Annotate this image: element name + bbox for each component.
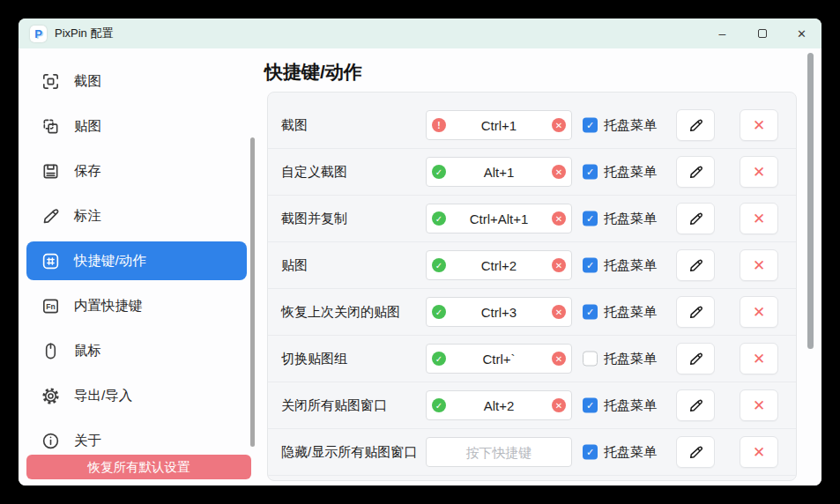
- delete-hotkey-button[interactable]: ✕: [740, 389, 778, 421]
- tray-menu-label[interactable]: 托盘菜单: [604, 164, 657, 181]
- clear-hotkey-icon[interactable]: ✕: [552, 165, 566, 179]
- status-ok-icon: ✓: [432, 211, 446, 226]
- pin-icon: [41, 116, 61, 137]
- maximize-button[interactable]: [742, 19, 782, 48]
- sidebar-item-save[interactable]: 保存: [26, 152, 247, 190]
- hotkey-input[interactable]: [426, 157, 572, 187]
- action-label: 自定义截图: [281, 164, 347, 181]
- tray-menu-checkbox[interactable]: ✓: [583, 211, 598, 226]
- delete-hotkey-button[interactable]: ✕: [740, 203, 778, 234]
- sidebar-scrollbar[interactable]: [250, 137, 255, 447]
- tray-menu-checkbox[interactable]: [583, 352, 598, 367]
- status-ok-icon: ✓: [432, 165, 446, 179]
- hotkey-field: [426, 437, 572, 467]
- action-label: 截图并复制: [281, 211, 347, 227]
- close-button[interactable]: ✕: [782, 19, 821, 48]
- action-label: 切换贴图组: [281, 351, 347, 367]
- edit-hotkey-button[interactable]: [676, 436, 715, 468]
- sidebar-item-pin[interactable]: 贴图: [26, 107, 247, 145]
- tray-menu-label[interactable]: 托盘菜单: [604, 397, 657, 414]
- tray-menu-label[interactable]: 托盘菜单: [604, 351, 657, 367]
- mouse-icon: [41, 341, 61, 361]
- hotkey-input[interactable]: [426, 250, 572, 280]
- pencil-icon: [688, 304, 704, 321]
- pencil-icon: [41, 206, 61, 226]
- hash-icon: [41, 251, 61, 271]
- titlebar: P PixPin 配置 – ✕: [19, 19, 821, 48]
- hotkey-input[interactable]: [426, 297, 572, 327]
- save-icon: [41, 161, 61, 182]
- pencil-icon: [688, 164, 704, 181]
- hotkey-row: 切换贴图组 ✓ ✕ 托盘菜单 ✕: [268, 336, 796, 382]
- hotkey-input[interactable]: [426, 204, 572, 233]
- sidebar-item-screenshot[interactable]: 截图: [26, 62, 247, 100]
- delete-hotkey-button[interactable]: ✕: [740, 249, 778, 281]
- edit-hotkey-button[interactable]: [676, 156, 715, 188]
- status-ok-icon: ✓: [432, 258, 446, 272]
- hotkey-row: 隐藏/显示所有贴图窗口 ✓ 托盘菜单 ✕: [268, 429, 796, 476]
- edit-hotkey-button[interactable]: [676, 296, 715, 328]
- delete-hotkey-button[interactable]: ✕: [740, 343, 778, 374]
- delete-hotkey-button[interactable]: ✕: [740, 109, 778, 141]
- tray-menu-checkbox[interactable]: ✓: [583, 305, 598, 320]
- edit-hotkey-button[interactable]: [676, 203, 715, 234]
- clear-hotkey-icon[interactable]: ✕: [552, 352, 566, 366]
- hotkey-input[interactable]: [426, 390, 572, 420]
- tray-menu-checkbox[interactable]: ✓: [583, 398, 598, 413]
- tray-menu-label[interactable]: 托盘菜单: [604, 211, 657, 227]
- tray-menu-checkbox[interactable]: ✓: [583, 165, 598, 180]
- pixpin-config-window: P PixPin 配置 – ✕ 截图 贴图 保存 标注: [19, 19, 821, 485]
- clear-hotkey-icon[interactable]: ✕: [552, 118, 566, 132]
- pencil-icon: [688, 257, 704, 274]
- delete-x-icon: ✕: [753, 258, 765, 273]
- hotkey-field: ✓ ✕: [426, 344, 572, 374]
- hotkey-row: 自定义截图 ✓ ✕ ✓ 托盘菜单 ✕: [268, 149, 796, 196]
- sidebar: 截图 贴图 保存 标注 快捷键/动作 Fn 内置快捷键 鼠标: [19, 48, 255, 485]
- clear-hotkey-icon[interactable]: ✕: [552, 258, 566, 272]
- tray-menu-label[interactable]: 托盘菜单: [604, 117, 657, 134]
- edit-hotkey-button[interactable]: [676, 109, 715, 141]
- reset-defaults-button[interactable]: 恢复所有默认设置: [26, 455, 251, 479]
- edit-hotkey-button[interactable]: [676, 389, 715, 421]
- main-scrollbar[interactable]: [807, 53, 814, 349]
- clear-hotkey-icon[interactable]: ✕: [552, 398, 566, 412]
- tray-menu-checkbox[interactable]: ✓: [583, 445, 598, 460]
- sidebar-item-annotate[interactable]: 标注: [26, 196, 247, 235]
- minimize-icon: –: [719, 27, 726, 40]
- sidebar-item-hotkeys[interactable]: 快捷键/动作: [26, 241, 247, 280]
- delete-x-icon: ✕: [753, 398, 765, 413]
- sidebar-item-export-import[interactable]: 导出/导入: [26, 376, 247, 415]
- delete-hotkey-button[interactable]: ✕: [740, 296, 778, 328]
- delete-x-icon: ✕: [753, 211, 765, 226]
- tray-menu-checkbox[interactable]: ✓: [583, 118, 598, 133]
- hotkey-field: ✓ ✕: [426, 157, 572, 187]
- hotkey-field: ✓ ✕: [426, 297, 572, 327]
- pencil-icon: [688, 211, 704, 227]
- tray-menu-label[interactable]: 托盘菜单: [604, 257, 657, 274]
- clear-hotkey-icon[interactable]: ✕: [552, 305, 566, 319]
- delete-x-icon: ✕: [753, 352, 765, 367]
- maximize-icon: [758, 29, 767, 38]
- tray-menu-label[interactable]: 托盘菜单: [604, 444, 657, 461]
- action-label: 截图: [281, 117, 308, 134]
- sidebar-item-builtin-hotkeys[interactable]: Fn 内置快捷键: [26, 286, 247, 325]
- tray-menu-label[interactable]: 托盘菜单: [604, 304, 657, 321]
- hotkey-input[interactable]: [426, 110, 572, 140]
- sidebar-item-mouse[interactable]: 鼠标: [26, 331, 247, 370]
- edit-hotkey-button[interactable]: [676, 343, 715, 374]
- status-ok-icon: ✓: [432, 352, 446, 366]
- tray-menu-checkbox[interactable]: ✓: [583, 258, 598, 273]
- pixpin-logo-icon: P: [30, 26, 47, 42]
- status-error-icon: !: [432, 118, 446, 132]
- delete-hotkey-button[interactable]: ✕: [740, 436, 778, 468]
- delete-hotkey-button[interactable]: ✕: [740, 156, 778, 188]
- pencil-icon: [688, 444, 704, 461]
- svg-text:Fn: Fn: [46, 301, 56, 310]
- clear-hotkey-icon[interactable]: ✕: [552, 211, 566, 226]
- hotkey-row: 贴图 ✓ ✕ ✓ 托盘菜单 ✕: [268, 242, 796, 289]
- minimize-button[interactable]: –: [702, 19, 742, 48]
- window-title: PixPin 配置: [55, 26, 113, 41]
- hotkey-input[interactable]: [426, 344, 572, 374]
- edit-hotkey-button[interactable]: [676, 249, 715, 281]
- hotkey-input[interactable]: [426, 437, 572, 467]
